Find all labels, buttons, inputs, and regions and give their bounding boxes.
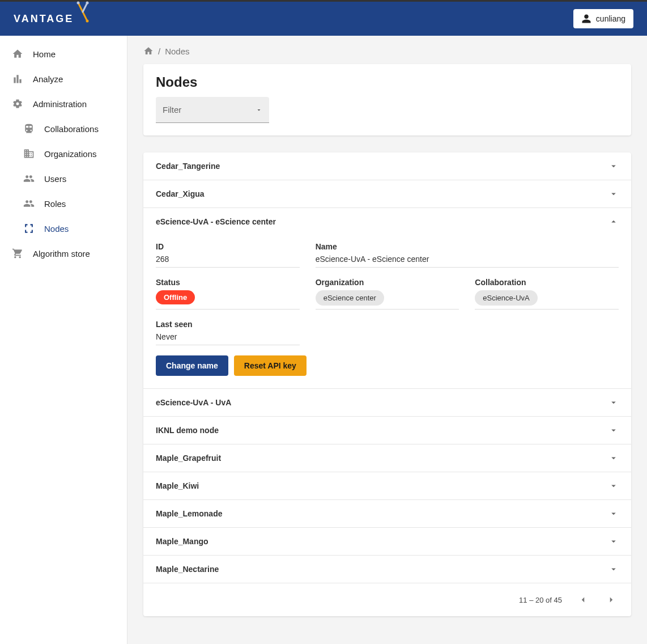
node-row-expanded: eScience-UvA - eScience center ID 268 Na…	[143, 207, 631, 388]
chevron-down-icon	[608, 397, 619, 408]
node-name: Maple_Kiwi	[156, 481, 199, 490]
svg-point-2	[86, 20, 89, 23]
filter-select[interactable]: Filter	[156, 97, 269, 123]
node-row-header[interactable]: Maple_Nectarine	[143, 556, 631, 583]
node-name: Maple_Grapefruit	[156, 454, 221, 463]
node-name: eScience-UvA - eScience center	[156, 217, 276, 226]
chevron-down-icon	[608, 509, 619, 519]
svg-point-0	[77, 2, 80, 5]
sidebar-item-label: Roles	[44, 199, 66, 209]
filter-card: Nodes Filter	[143, 64, 631, 135]
sidebar-item-home[interactable]: Home	[0, 41, 127, 66]
chevron-down-icon	[608, 481, 619, 491]
field-label: ID	[156, 242, 300, 251]
status-badge-offline: Offline	[156, 290, 195, 304]
node-detail-panel: ID 268 Name eScience-UvA - eScience cent…	[143, 235, 631, 388]
node-row-header[interactable]: IKNL demo node	[143, 417, 631, 444]
node-row: Maple_Lemonade	[143, 499, 631, 527]
field-id: ID 268	[156, 242, 300, 268]
change-name-button[interactable]: Change name	[156, 355, 228, 376]
field-collaboration: Collaboration eScience-UvA	[475, 278, 619, 310]
pagination-range: 11 – 20 of 45	[519, 596, 562, 604]
node-row-header[interactable]: Maple_Kiwi	[143, 472, 631, 499]
breadcrumb-current: Nodes	[165, 46, 189, 56]
sidebar-item-label: Home	[33, 49, 56, 59]
chevron-down-icon	[608, 161, 619, 171]
node-row-header[interactable]: Cedar_Xigua	[143, 180, 631, 207]
node-row: Cedar_Tangerine	[143, 152, 631, 180]
reset-api-key-button[interactable]: Reset API key	[234, 355, 307, 376]
organization-chip[interactable]: eScience center	[316, 290, 384, 306]
sidebar-item-label: Administration	[33, 99, 87, 109]
chevron-down-icon	[608, 453, 619, 463]
node-name: eScience-UvA - UvA	[156, 398, 231, 407]
node-name: Maple_Lemonade	[156, 509, 222, 518]
node-name: Cedar_Tangerine	[156, 162, 220, 171]
page-title: Nodes	[156, 74, 619, 90]
node-row: IKNL demo node	[143, 416, 631, 444]
train-icon	[23, 123, 35, 134]
field-label: Organization	[316, 278, 459, 287]
node-row: Maple_Nectarine	[143, 555, 631, 583]
brand-text: VANTAGE	[14, 13, 74, 25]
chevron-down-icon	[608, 564, 619, 574]
field-value: 268	[156, 255, 300, 264]
node-row-header[interactable]: eScience-UvA - UvA	[143, 389, 631, 416]
node-name: Cedar_Xigua	[156, 189, 205, 198]
sidebar-item-label: Algorithm store	[33, 249, 90, 259]
node-row-header[interactable]: eScience-UvA - eScience center	[143, 208, 631, 235]
field-label: Name	[316, 242, 619, 251]
field-value: eScience-UvA - eScience center	[316, 255, 619, 264]
pagination: 11 – 20 of 45	[143, 583, 631, 616]
collaboration-chip[interactable]: eScience-UvA	[475, 290, 537, 306]
user-name: cunliang	[596, 14, 625, 23]
field-label: Last seen	[156, 320, 300, 329]
sidebar-item-analyze[interactable]: Analyze	[0, 66, 127, 91]
building-icon	[23, 148, 35, 159]
brand-logo: VANTAGE	[14, 6, 91, 31]
main-content: / Nodes Nodes Filter Cedar_Tangerine	[127, 36, 647, 644]
sidebar-item-label: Organizations	[44, 149, 97, 159]
people-icon	[23, 198, 35, 209]
sidebar-item-organizations[interactable]: Organizations	[0, 141, 127, 166]
node-row: eScience-UvA - UvA	[143, 388, 631, 416]
node-row: Maple_Grapefruit	[143, 444, 631, 472]
node-row: Cedar_Xigua	[143, 180, 631, 207]
node-name: IKNL demo node	[156, 426, 219, 435]
chart-icon	[11, 73, 24, 84]
breadcrumb: / Nodes	[143, 44, 631, 58]
breadcrumb-separator: /	[158, 46, 160, 56]
svg-point-1	[86, 2, 89, 5]
field-last-seen: Last seen Never	[156, 320, 300, 345]
node-row-header[interactable]: Cedar_Tangerine	[143, 152, 631, 180]
user-menu-button[interactable]: cunliang	[573, 9, 633, 28]
node-name: Maple_Nectarine	[156, 565, 219, 574]
nodes-accordion: Cedar_Tangerine Cedar_Xigua eScience-UvA…	[143, 152, 631, 616]
field-status: Status Offline	[156, 278, 300, 310]
node-row: Maple_Mango	[143, 527, 631, 555]
person-icon	[581, 14, 591, 24]
breadcrumb-home-icon[interactable]	[143, 46, 154, 56]
sidebar-item-label: Analyze	[33, 74, 63, 84]
chevron-down-icon	[608, 425, 619, 435]
sidebar-item-nodes[interactable]: Nodes	[0, 216, 127, 241]
brand-icon	[76, 0, 91, 24]
chevron-down-icon	[608, 536, 619, 546]
sidebar-item-algorithm-store[interactable]: Algorithm store	[0, 241, 127, 266]
sidebar-item-collaborations[interactable]: Collaborations	[0, 116, 127, 141]
sidebar-item-label: Nodes	[44, 224, 69, 234]
pagination-prev-button[interactable]	[576, 592, 590, 607]
sidebar-item-administration[interactable]: Administration	[0, 91, 127, 116]
pagination-next-button[interactable]	[604, 592, 619, 607]
field-name: Name eScience-UvA - eScience center	[316, 242, 619, 268]
sidebar-item-roles[interactable]: Roles	[0, 191, 127, 216]
node-row-header[interactable]: Maple_Lemonade	[143, 500, 631, 527]
cart-icon	[11, 248, 24, 259]
home-icon	[11, 48, 24, 60]
sidebar-item-label: Users	[44, 174, 66, 184]
node-row-header[interactable]: Maple_Grapefruit	[143, 444, 631, 472]
sidebar: Home Analyze Administration Collaboratio…	[0, 36, 127, 644]
node-row: Maple_Kiwi	[143, 472, 631, 499]
sidebar-item-users[interactable]: Users	[0, 166, 127, 191]
node-row-header[interactable]: Maple_Mango	[143, 528, 631, 555]
